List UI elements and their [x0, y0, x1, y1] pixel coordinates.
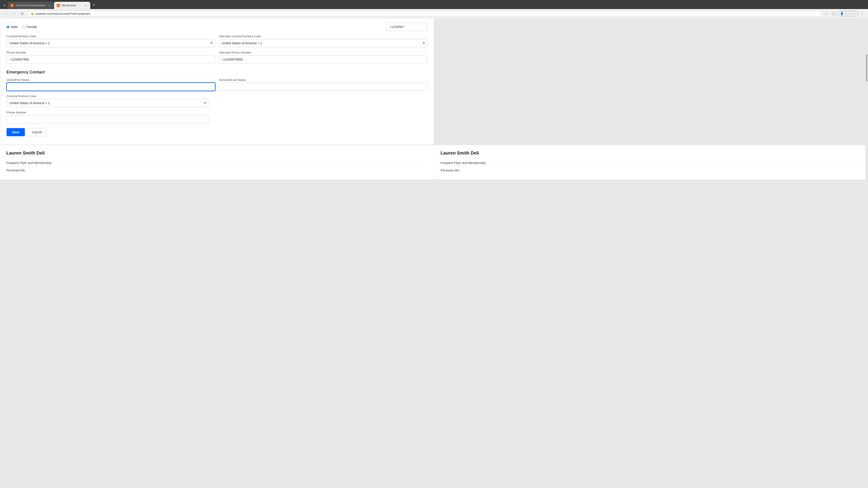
alt-phone-number-field: Alternate Phone Number — [219, 51, 428, 64]
alt-country-code-field: Alternate Country/Territory Code United … — [219, 35, 428, 47]
emergency-first-name-field: Given/First Name — [6, 78, 215, 91]
emergency-country-code-field: Country/Territory Code United States of … — [6, 94, 428, 107]
country-code-label: Country/Territory Code — [6, 35, 215, 38]
country-code-select[interactable]: United States of America + 1 United King… — [6, 39, 215, 47]
country-code-row: Country/Territory Code United States of … — [6, 35, 428, 51]
tab-favicon-1: Z — [10, 4, 13, 7]
toolbar-icons: ☆ ⬜ 👤 Incognito ⋮ — [823, 10, 865, 17]
country-code-field: Country/Territory Code United States of … — [6, 35, 215, 47]
bottom-right-link-1[interactable]: Personal Info — [440, 167, 862, 174]
alt-country-code-select[interactable]: United States of America + 1 United King… — [219, 39, 428, 47]
phone-number-field: Phone Number — [6, 51, 215, 64]
bottom-left-account-name: Lauren Smith Deli — [6, 151, 428, 156]
female-radio[interactable] — [22, 26, 25, 29]
bottom-left-link-0[interactable]: Frequent Flyer and Membership — [6, 159, 428, 167]
emergency-phone-label: Phone Number — [6, 111, 428, 114]
lock-icon: 🔒 — [31, 12, 34, 15]
main-content: Male Female Country/Territory Code Unite… — [0, 18, 868, 145]
tab-close-2[interactable]: ✕ — [84, 4, 88, 7]
emergency-first-name-input[interactable] — [6, 83, 215, 91]
left-panel: Male Female Country/Territory Code Unite… — [0, 18, 434, 145]
female-label: Female — [26, 25, 37, 29]
bottom-right-link-0[interactable]: Frequent Flyer and Membership — [440, 159, 862, 167]
form-actions: Save Cancel — [6, 128, 428, 136]
phone-number-label: Phone Number — [6, 51, 215, 54]
emergency-last-name-field: Surname/Last Name — [219, 78, 428, 91]
incognito-button[interactable]: 👤 Incognito — [838, 11, 858, 16]
alt-country-code-label: Alternate Country/Territory Code — [219, 35, 428, 38]
emergency-phone-input[interactable] — [6, 115, 209, 123]
tab-title-2: My Account — [62, 4, 82, 7]
browser-chrome: ▼ Z Account communications ✕ Z My Accoun… — [0, 0, 868, 18]
emergency-country-code-select[interactable]: United States of America + 1 United King… — [6, 99, 209, 107]
emergency-country-code-label: Country/Territory Code — [6, 94, 428, 98]
tab-bar: ▼ Z Account communications ✕ Z My Accoun… — [0, 0, 868, 9]
alt-phone-number-input[interactable] — [219, 55, 428, 64]
tab-favicon-2: Z — [57, 4, 60, 7]
male-radio-group[interactable]: Male — [6, 25, 18, 29]
emergency-name-row: Given/First Name Surname/Last Name — [6, 78, 428, 94]
partial-phone-input[interactable] — [387, 23, 428, 31]
extension-icon[interactable]: ⬜ — [831, 10, 837, 17]
incognito-icon: 👤 — [840, 12, 844, 15]
tab-account-communications[interactable]: Z Account communications ✕ — [8, 2, 54, 9]
tab-title-1: Account communications — [16, 4, 45, 7]
phone-number-row: Phone Number Alternate Phone Number — [6, 51, 428, 67]
right-panel — [434, 18, 868, 145]
emergency-contact-section: Emergency Contact Given/First Name Surna… — [6, 70, 428, 136]
bottom-right-account-name: Lauren Smith Deli — [440, 151, 862, 156]
back-button[interactable]: ← — [3, 10, 9, 17]
emergency-contact-title: Emergency Contact — [6, 70, 428, 74]
forward-button[interactable]: → — [11, 10, 17, 17]
tab-expand-button[interactable]: ▼ — [2, 3, 7, 8]
bottom-left-panel: Lauren Smith Deli Frequent Flyer and Mem… — [0, 145, 434, 180]
bottom-right-panel: Lauren Smith Deli Frequent Flyer and Mem… — [434, 145, 868, 180]
tab-my-account[interactable]: Z My Account ✕ — [54, 2, 90, 9]
emergency-first-name-label: Given/First Name — [6, 78, 215, 82]
bottom-left-link-1[interactable]: Personal Info — [6, 167, 428, 174]
scrollbar-thumb[interactable] — [866, 54, 868, 81]
url-text: expedia.com/user/account/?selc=payment — [35, 12, 818, 15]
incognito-label: Incognito — [844, 12, 856, 15]
alt-phone-number-label: Alternate Phone Number — [219, 51, 428, 54]
menu-icon[interactable]: ⋮ — [859, 10, 865, 17]
female-radio-group[interactable]: Female — [22, 25, 37, 29]
address-bar: ← → ↻ 🔒 expedia.com/user/account/?selc=p… — [0, 9, 868, 18]
cancel-button[interactable]: Cancel — [27, 128, 46, 136]
url-bar[interactable]: 🔒 expedia.com/user/account/?selc=payment — [27, 11, 822, 17]
refresh-button[interactable]: ↻ — [19, 10, 25, 17]
emergency-last-name-input[interactable] — [219, 83, 428, 91]
scrollbar[interactable] — [865, 18, 868, 180]
tab-close-1[interactable]: ✕ — [47, 4, 51, 7]
phone-number-input[interactable] — [6, 55, 215, 64]
bottom-section: Lauren Smith Deli Frequent Flyer and Mem… — [0, 145, 868, 180]
bookmark-icon[interactable]: ☆ — [823, 10, 830, 17]
gender-section: Male Female — [6, 23, 428, 31]
emergency-phone-field: Phone Number — [6, 111, 428, 123]
new-tab-button[interactable]: + — [91, 2, 97, 8]
male-label: Male — [11, 25, 18, 29]
emergency-last-name-label: Surname/Last Name — [219, 78, 428, 82]
male-radio[interactable] — [6, 26, 9, 29]
save-button[interactable]: Save — [6, 128, 25, 136]
